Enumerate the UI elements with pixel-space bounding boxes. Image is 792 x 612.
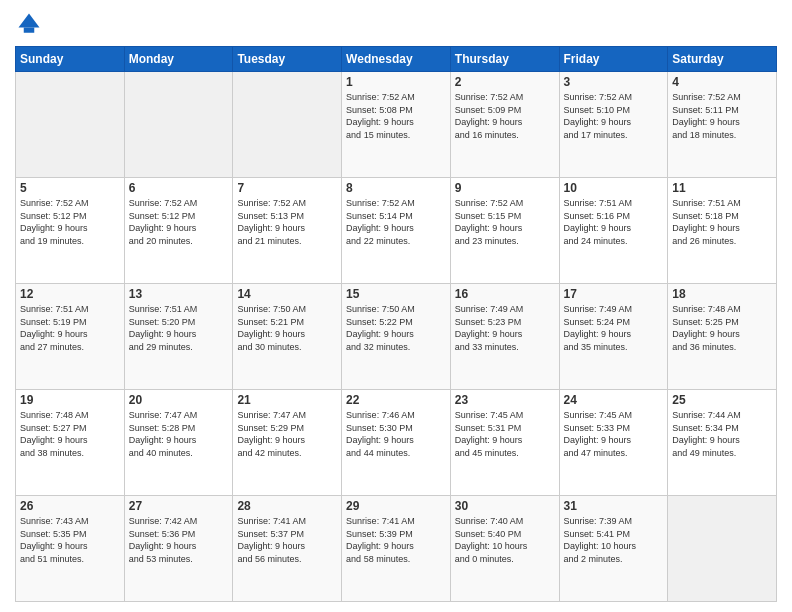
calendar-cell: 4Sunrise: 7:52 AM Sunset: 5:11 PM Daylig… [668, 72, 777, 178]
calendar-cell: 11Sunrise: 7:51 AM Sunset: 5:18 PM Dayli… [668, 178, 777, 284]
day-info: Sunrise: 7:46 AM Sunset: 5:30 PM Dayligh… [346, 409, 446, 459]
day-info: Sunrise: 7:40 AM Sunset: 5:40 PM Dayligh… [455, 515, 555, 565]
day-number: 28 [237, 499, 337, 513]
week-row-3: 12Sunrise: 7:51 AM Sunset: 5:19 PM Dayli… [16, 284, 777, 390]
day-number: 10 [564, 181, 664, 195]
day-number: 17 [564, 287, 664, 301]
week-row-4: 19Sunrise: 7:48 AM Sunset: 5:27 PM Dayli… [16, 390, 777, 496]
week-row-2: 5Sunrise: 7:52 AM Sunset: 5:12 PM Daylig… [16, 178, 777, 284]
day-info: Sunrise: 7:47 AM Sunset: 5:29 PM Dayligh… [237, 409, 337, 459]
calendar-cell: 19Sunrise: 7:48 AM Sunset: 5:27 PM Dayli… [16, 390, 125, 496]
day-number: 1 [346, 75, 446, 89]
day-info: Sunrise: 7:43 AM Sunset: 5:35 PM Dayligh… [20, 515, 120, 565]
day-number: 3 [564, 75, 664, 89]
day-number: 18 [672, 287, 772, 301]
calendar-cell [233, 72, 342, 178]
week-row-5: 26Sunrise: 7:43 AM Sunset: 5:35 PM Dayli… [16, 496, 777, 602]
day-info: Sunrise: 7:52 AM Sunset: 5:13 PM Dayligh… [237, 197, 337, 247]
calendar-cell: 12Sunrise: 7:51 AM Sunset: 5:19 PM Dayli… [16, 284, 125, 390]
calendar-cell: 29Sunrise: 7:41 AM Sunset: 5:39 PM Dayli… [342, 496, 451, 602]
day-info: Sunrise: 7:52 AM Sunset: 5:15 PM Dayligh… [455, 197, 555, 247]
day-number: 22 [346, 393, 446, 407]
svg-marker-0 [19, 14, 40, 28]
calendar-cell: 3Sunrise: 7:52 AM Sunset: 5:10 PM Daylig… [559, 72, 668, 178]
day-info: Sunrise: 7:51 AM Sunset: 5:16 PM Dayligh… [564, 197, 664, 247]
weekday-header-row: SundayMondayTuesdayWednesdayThursdayFrid… [16, 47, 777, 72]
weekday-header-monday: Monday [124, 47, 233, 72]
day-info: Sunrise: 7:47 AM Sunset: 5:28 PM Dayligh… [129, 409, 229, 459]
day-info: Sunrise: 7:51 AM Sunset: 5:20 PM Dayligh… [129, 303, 229, 353]
calendar-cell: 15Sunrise: 7:50 AM Sunset: 5:22 PM Dayli… [342, 284, 451, 390]
day-number: 31 [564, 499, 664, 513]
logo-icon [15, 10, 43, 38]
day-info: Sunrise: 7:45 AM Sunset: 5:33 PM Dayligh… [564, 409, 664, 459]
day-info: Sunrise: 7:52 AM Sunset: 5:12 PM Dayligh… [20, 197, 120, 247]
calendar-cell [124, 72, 233, 178]
day-number: 25 [672, 393, 772, 407]
calendar-cell [16, 72, 125, 178]
calendar-cell: 22Sunrise: 7:46 AM Sunset: 5:30 PM Dayli… [342, 390, 451, 496]
calendar-cell: 25Sunrise: 7:44 AM Sunset: 5:34 PM Dayli… [668, 390, 777, 496]
day-number: 13 [129, 287, 229, 301]
calendar-cell: 24Sunrise: 7:45 AM Sunset: 5:33 PM Dayli… [559, 390, 668, 496]
day-number: 23 [455, 393, 555, 407]
day-info: Sunrise: 7:45 AM Sunset: 5:31 PM Dayligh… [455, 409, 555, 459]
day-number: 7 [237, 181, 337, 195]
day-info: Sunrise: 7:50 AM Sunset: 5:21 PM Dayligh… [237, 303, 337, 353]
day-number: 11 [672, 181, 772, 195]
calendar-cell: 28Sunrise: 7:41 AM Sunset: 5:37 PM Dayli… [233, 496, 342, 602]
calendar-cell: 14Sunrise: 7:50 AM Sunset: 5:21 PM Dayli… [233, 284, 342, 390]
day-number: 5 [20, 181, 120, 195]
day-info: Sunrise: 7:52 AM Sunset: 5:08 PM Dayligh… [346, 91, 446, 141]
calendar-cell: 2Sunrise: 7:52 AM Sunset: 5:09 PM Daylig… [450, 72, 559, 178]
calendar-cell: 21Sunrise: 7:47 AM Sunset: 5:29 PM Dayli… [233, 390, 342, 496]
day-info: Sunrise: 7:44 AM Sunset: 5:34 PM Dayligh… [672, 409, 772, 459]
day-number: 16 [455, 287, 555, 301]
day-info: Sunrise: 7:49 AM Sunset: 5:24 PM Dayligh… [564, 303, 664, 353]
day-number: 4 [672, 75, 772, 89]
day-number: 27 [129, 499, 229, 513]
calendar-table: SundayMondayTuesdayWednesdayThursdayFrid… [15, 46, 777, 602]
day-info: Sunrise: 7:52 AM Sunset: 5:11 PM Dayligh… [672, 91, 772, 141]
day-number: 6 [129, 181, 229, 195]
day-number: 14 [237, 287, 337, 301]
day-info: Sunrise: 7:52 AM Sunset: 5:14 PM Dayligh… [346, 197, 446, 247]
calendar-cell: 7Sunrise: 7:52 AM Sunset: 5:13 PM Daylig… [233, 178, 342, 284]
svg-rect-1 [24, 28, 35, 33]
day-number: 30 [455, 499, 555, 513]
day-number: 19 [20, 393, 120, 407]
calendar-cell [668, 496, 777, 602]
header [15, 10, 777, 38]
day-number: 29 [346, 499, 446, 513]
day-info: Sunrise: 7:52 AM Sunset: 5:10 PM Dayligh… [564, 91, 664, 141]
calendar-cell: 5Sunrise: 7:52 AM Sunset: 5:12 PM Daylig… [16, 178, 125, 284]
day-info: Sunrise: 7:52 AM Sunset: 5:09 PM Dayligh… [455, 91, 555, 141]
calendar-cell: 1Sunrise: 7:52 AM Sunset: 5:08 PM Daylig… [342, 72, 451, 178]
day-info: Sunrise: 7:49 AM Sunset: 5:23 PM Dayligh… [455, 303, 555, 353]
logo [15, 10, 47, 38]
day-info: Sunrise: 7:51 AM Sunset: 5:18 PM Dayligh… [672, 197, 772, 247]
calendar-cell: 8Sunrise: 7:52 AM Sunset: 5:14 PM Daylig… [342, 178, 451, 284]
weekday-header-wednesday: Wednesday [342, 47, 451, 72]
day-number: 26 [20, 499, 120, 513]
weekday-header-tuesday: Tuesday [233, 47, 342, 72]
calendar-cell: 27Sunrise: 7:42 AM Sunset: 5:36 PM Dayli… [124, 496, 233, 602]
weekday-header-saturday: Saturday [668, 47, 777, 72]
day-number: 12 [20, 287, 120, 301]
day-info: Sunrise: 7:51 AM Sunset: 5:19 PM Dayligh… [20, 303, 120, 353]
day-info: Sunrise: 7:41 AM Sunset: 5:39 PM Dayligh… [346, 515, 446, 565]
calendar-cell: 18Sunrise: 7:48 AM Sunset: 5:25 PM Dayli… [668, 284, 777, 390]
day-info: Sunrise: 7:41 AM Sunset: 5:37 PM Dayligh… [237, 515, 337, 565]
calendar-cell: 23Sunrise: 7:45 AM Sunset: 5:31 PM Dayli… [450, 390, 559, 496]
day-number: 20 [129, 393, 229, 407]
day-info: Sunrise: 7:52 AM Sunset: 5:12 PM Dayligh… [129, 197, 229, 247]
calendar-cell: 30Sunrise: 7:40 AM Sunset: 5:40 PM Dayli… [450, 496, 559, 602]
weekday-header-sunday: Sunday [16, 47, 125, 72]
calendar-cell: 6Sunrise: 7:52 AM Sunset: 5:12 PM Daylig… [124, 178, 233, 284]
day-info: Sunrise: 7:48 AM Sunset: 5:25 PM Dayligh… [672, 303, 772, 353]
calendar-cell: 9Sunrise: 7:52 AM Sunset: 5:15 PM Daylig… [450, 178, 559, 284]
day-number: 15 [346, 287, 446, 301]
day-number: 8 [346, 181, 446, 195]
calendar-cell: 26Sunrise: 7:43 AM Sunset: 5:35 PM Dayli… [16, 496, 125, 602]
day-info: Sunrise: 7:48 AM Sunset: 5:27 PM Dayligh… [20, 409, 120, 459]
